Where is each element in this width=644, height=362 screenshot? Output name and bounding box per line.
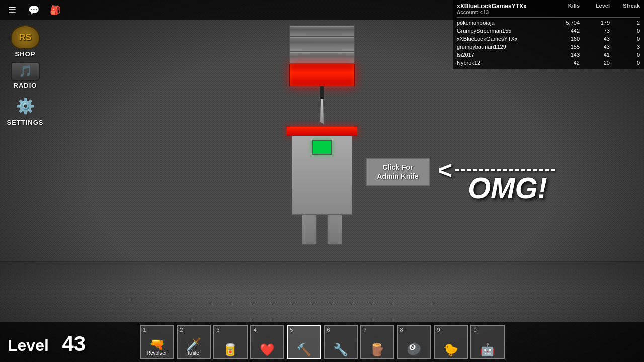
level-value: 43 xyxy=(62,332,86,355)
hotbar-slot-icon-5: 🔧 xyxy=(333,344,348,356)
lb-name-5: Nybrok12 xyxy=(457,60,549,66)
lb-kills-1: 442 xyxy=(549,28,580,34)
game-viewport: ☰ 💬 🎒 xXBlueLockGamesYTXx Account: <13 K… xyxy=(0,0,644,362)
robot-body xyxy=(292,136,352,215)
character-container xyxy=(287,25,357,245)
inventory-icon[interactable]: 🎒 xyxy=(48,3,62,17)
settings-button[interactable]: ⚙️ SETTINGS xyxy=(5,94,45,126)
lb-kills-5: 42 xyxy=(549,60,580,66)
radio-icon: 🎵 xyxy=(11,62,40,81)
robot-lower xyxy=(292,159,352,214)
lb-kills-4: 143 xyxy=(549,52,580,58)
hotbar-slots: 1🔫Revolver2🗡️Knife3🥫4❤️5🔨6🔧7🪵8🎱9🐤0🤖 xyxy=(140,325,505,359)
hotbar-slot-7[interactable]: 8🎱 xyxy=(397,325,431,359)
lb-level-2: 43 xyxy=(580,36,610,42)
lb-name-4: lsi2017 xyxy=(457,52,549,58)
hotbar-slot-4[interactable]: 5🔨 xyxy=(287,325,321,359)
block-mid1 xyxy=(289,36,355,51)
lb-streak-4: 0 xyxy=(610,52,640,58)
shop-icon: RS xyxy=(11,25,40,49)
lb-level-1: 73 xyxy=(580,28,610,34)
lb-level-3: 43 xyxy=(580,44,610,50)
leaderboard-account: Account: <13 xyxy=(457,10,549,15)
hotbar-slot-label-0: Revolver xyxy=(147,350,167,356)
lb-level-0: 179 xyxy=(580,20,610,26)
hotbar-slot-3[interactable]: 4❤️ xyxy=(250,325,284,359)
hotbar-slot-number-7: 8 xyxy=(400,327,404,333)
hotbar-slot-number-3: 4 xyxy=(254,327,257,333)
level-display: Level 43 xyxy=(8,332,86,356)
hotbar-slot-icon-4: 🔨 xyxy=(296,344,311,356)
lb-streak-3: 3 xyxy=(610,44,640,50)
block-top xyxy=(289,25,355,36)
lb-streak-0: 2 xyxy=(610,20,640,26)
lb-name-2: xXBlueLockGamesYTXx xyxy=(457,36,549,42)
lb-kills-0: 5,704 xyxy=(549,20,580,26)
lb-row-0: pokemonboiaja5,7041792 xyxy=(457,19,640,27)
radio-button[interactable]: 🎵 RADIO xyxy=(5,62,45,89)
block-red-bottom xyxy=(287,127,357,136)
settings-label: SETTINGS xyxy=(7,119,43,126)
col-streak-header: Streak xyxy=(610,3,640,15)
hotbar-slot-number-9: 0 xyxy=(474,327,477,333)
hotbar-slot-number-5: 6 xyxy=(327,327,330,333)
shop-button[interactable]: RS SHOP xyxy=(5,25,45,58)
chat-icon[interactable]: 💬 xyxy=(27,3,41,17)
robot-legs xyxy=(302,215,342,245)
robot-screen xyxy=(312,140,332,155)
hotbar-slot-9[interactable]: 0🤖 xyxy=(470,325,505,359)
hotbar-slot-icon-1: 🗡️ xyxy=(186,338,201,350)
hotbar-slot-number-4: 5 xyxy=(290,327,293,333)
hotbar-slot-2[interactable]: 3🥫 xyxy=(213,325,248,359)
hotbar-slot-0[interactable]: 1🔫Revolver xyxy=(140,325,174,359)
block-red-top xyxy=(289,64,355,86)
hotbar-slot-5[interactable]: 6🔧 xyxy=(324,325,358,359)
leaderboard-username: xXBlueLockGamesYTXx xyxy=(457,3,549,10)
col-level-header: Level xyxy=(580,3,610,15)
robot-top xyxy=(292,136,352,159)
lb-streak-1: 0 xyxy=(610,28,640,34)
radio-label: RADIO xyxy=(14,82,37,89)
hotbar-slot-8[interactable]: 9🐤 xyxy=(434,325,468,359)
hotbar-slot-icon-8: 🐤 xyxy=(443,344,458,356)
omg-text: OMG! xyxy=(468,171,547,205)
col-kills-header: Kills xyxy=(549,3,580,15)
left-sidebar: RS SHOP 🎵 RADIO ⚙️ SETTINGS xyxy=(5,25,45,126)
knife-handle xyxy=(320,86,324,99)
hotbar-slot-number-1: 2 xyxy=(180,327,183,333)
lb-name-0: pokemonboiaja xyxy=(457,20,549,26)
lb-row-3: grumpybatman1129155433 xyxy=(457,43,640,51)
lb-row-2: xXBlueLockGamesYTXx160430 xyxy=(457,35,640,43)
robot-leg-left xyxy=(302,215,317,245)
hotbar-slot-icon-6: 🪵 xyxy=(370,344,385,356)
hotbar-slot-icon-3: ❤️ xyxy=(260,344,275,356)
hotbar-slot-6[interactable]: 7🪵 xyxy=(360,325,394,359)
level-label: Level xyxy=(8,336,49,354)
lb-kills-3: 155 xyxy=(549,44,580,50)
lb-row-1: GrumpySuperman155442730 xyxy=(457,27,640,35)
hotbar-slot-icon-2: 🥫 xyxy=(223,344,238,356)
hotbar-slot-1[interactable]: 2🗡️Knife xyxy=(177,325,211,359)
settings-icon: ⚙️ xyxy=(11,94,40,118)
block-mid2 xyxy=(289,51,355,64)
menu-icon[interactable]: ☰ xyxy=(5,3,19,17)
lb-name-3: grumpybatman1129 xyxy=(457,44,549,50)
hotbar-slot-icon-9: 🤖 xyxy=(480,344,495,356)
admin-knife-text: Click For Admin Knife xyxy=(372,163,424,181)
leaderboard-header: xXBlueLockGamesYTXx Account: <13 Kills L… xyxy=(457,3,640,18)
hotbar-slot-number-8: 9 xyxy=(437,327,440,333)
admin-knife-tooltip[interactable]: Click For Admin Knife xyxy=(366,158,430,186)
shop-icon-text: RS xyxy=(19,32,31,43)
knife-graphic xyxy=(317,86,327,127)
leaderboard: xXBlueLockGamesYTXx Account: <13 Kills L… xyxy=(453,0,644,69)
hotbar-slot-icon-7: 🎱 xyxy=(407,344,422,356)
lb-row-5: Nybrok1242200 xyxy=(457,59,640,67)
shop-label: SHOP xyxy=(15,50,36,58)
lb-level-4: 41 xyxy=(580,52,610,58)
hotbar-slot-number-0: 1 xyxy=(143,327,146,333)
arrow-icon: < xyxy=(438,156,452,185)
lb-streak-2: 0 xyxy=(610,36,640,42)
hotbar: 1🔫Revolver2🗡️Knife3🥫4❤️5🔨6🔧7🪵8🎱9🐤0🤖 xyxy=(0,322,644,362)
robot-leg-right xyxy=(327,215,342,245)
hotbar-slot-number-2: 3 xyxy=(217,327,220,333)
